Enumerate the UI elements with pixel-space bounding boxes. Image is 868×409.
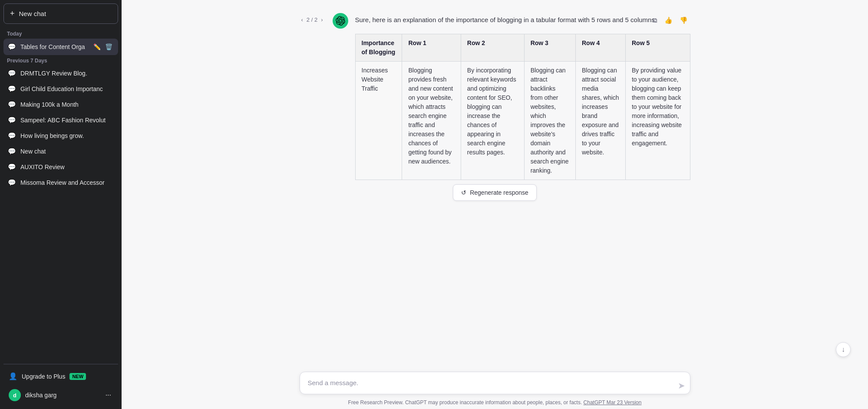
- previous-section-label: Previous 7 Days: [3, 55, 118, 65]
- today-items-list: 💬 Tables for Content Orga ✏️ 🗑️: [3, 39, 118, 55]
- chat-icon: 💬: [8, 85, 16, 93]
- sidebar-item-tables-content[interactable]: 💬 Tables for Content Orga ✏️ 🗑️: [3, 39, 118, 55]
- upgrade-to-plus-button[interactable]: 👤 Upgrade to Plus NEW: [3, 368, 118, 385]
- edit-icon-button[interactable]: ✏️: [92, 43, 102, 51]
- sidebar-item-missoma[interactable]: 💬 Missoma Review and Accessor: [3, 175, 118, 190]
- table-header: Importance of Blogging: [355, 34, 402, 62]
- sidebar-item-living-beings[interactable]: 💬 How living beings grow.: [3, 128, 118, 144]
- sidebar-item-new-chat2[interactable]: 💬 New chat: [3, 144, 118, 159]
- user-menu-button[interactable]: ···: [104, 390, 113, 400]
- nav-counter: 2 / 2: [307, 16, 317, 23]
- sidebar-item-label: Missoma Review and Accessor: [20, 179, 114, 186]
- main-content: ‹ 2 / 2 › Sure, here is an explanation o…: [122, 0, 868, 409]
- regen-label: Regenerate response: [470, 189, 528, 196]
- sidebar-item-making-100k[interactable]: 💬 Making 100k a Month: [3, 97, 118, 112]
- chat-icon: 💬: [8, 43, 16, 51]
- previous-items-list: 💬 DRMTLGY Review Blog. 💬 Girl Child Educ…: [3, 65, 118, 190]
- sidebar-item-label: Tables for Content Orga: [20, 43, 88, 50]
- table-wrapper: Importance of BloggingRow 1Row 2Row 3Row…: [355, 32, 690, 180]
- message-intro: Sure, here is an explanation of the impo…: [355, 15, 690, 25]
- table-row: Increases Website TrafficBlogging provid…: [355, 62, 690, 180]
- chat-icon: 💬: [8, 101, 16, 108]
- user-name: diksha garg: [25, 392, 99, 399]
- table-header: Row 3: [524, 34, 575, 62]
- input-box-wrap: ➤: [300, 372, 690, 396]
- sidebar-item-label: Sampeel: ABC Fashion Revolut: [20, 117, 114, 124]
- ai-avatar: [333, 13, 348, 29]
- plus-icon: +: [10, 9, 15, 18]
- sidebar-item-actions: ✏️ 🗑️: [92, 43, 114, 51]
- table-header: Row 1: [402, 34, 461, 62]
- copy-button[interactable]: ⧉: [650, 15, 660, 26]
- chat-input[interactable]: [300, 372, 690, 395]
- input-area: ➤ Free Research Preview. ChatGPT may pro…: [122, 367, 868, 409]
- send-button[interactable]: ➤: [678, 380, 685, 391]
- sidebar-item-label: AUXITO Review: [20, 164, 114, 170]
- message-content: Sure, here is an explanation of the impo…: [355, 13, 690, 180]
- chat-icon: 💬: [8, 132, 16, 140]
- regen-bar: ↺ Regenerate response: [300, 180, 690, 203]
- sidebar-item-auxito[interactable]: 💬 AUXITO Review: [3, 159, 118, 175]
- chat-icon: 💬: [8, 163, 16, 171]
- person-icon: 👤: [9, 372, 17, 380]
- sidebar-item-drmtlgy[interactable]: 💬 DRMTLGY Review Blog.: [3, 65, 118, 81]
- thumbs-down-button[interactable]: 👎: [677, 15, 690, 26]
- chat-icon: 💬: [8, 147, 16, 155]
- sidebar-item-label: How living beings grow.: [20, 132, 114, 139]
- blogging-importance-table: Importance of BloggingRow 1Row 2Row 3Row…: [355, 34, 690, 180]
- sidebar: + New chat Today 💬 Tables for Content Or…: [0, 0, 122, 409]
- sidebar-item-label: DRMTLGY Review Blog.: [20, 70, 114, 77]
- chat-icon: 💬: [8, 69, 16, 77]
- sidebar-item-sampeel[interactable]: 💬 Sampeel: ABC Fashion Revolut: [3, 112, 118, 128]
- message-container: ‹ 2 / 2 › Sure, here is an explanation o…: [300, 13, 690, 203]
- table-cell: By providing value to your audience, blo…: [625, 62, 690, 180]
- thumbs-up-button[interactable]: 👍: [662, 15, 675, 26]
- chat-icon: 💬: [8, 179, 16, 187]
- table-cell: Increases Website Traffic: [355, 62, 402, 180]
- sidebar-item-label: Girl Child Education Importanc: [20, 85, 114, 92]
- upgrade-label: Upgrade to Plus: [22, 373, 65, 380]
- table-cell: By incorporating relevant keywords and o…: [461, 62, 524, 180]
- table-header: Row 5: [625, 34, 690, 62]
- today-section-label: Today: [3, 28, 118, 39]
- scroll-down-button[interactable]: ↓: [836, 342, 851, 357]
- chat-area: ‹ 2 / 2 › Sure, here is an explanation o…: [122, 0, 868, 367]
- disclaimer: Free Research Preview. ChatGPT may produ…: [348, 399, 642, 406]
- nav-next-button[interactable]: ›: [319, 16, 324, 24]
- table-cell: Blogging can attract backlinks from othe…: [524, 62, 575, 180]
- regenerate-button[interactable]: ↺ Regenerate response: [453, 184, 537, 201]
- message-actions: ⧉ 👍 👎: [650, 15, 690, 26]
- table-header: Row 4: [575, 34, 625, 62]
- new-badge: NEW: [69, 373, 86, 380]
- chat-icon: 💬: [8, 116, 16, 124]
- table-cell: Blogging provides fresh and new content …: [402, 62, 461, 180]
- disclaimer-link[interactable]: ChatGPT Mar 23 Version: [584, 399, 642, 406]
- message-nav: ‹ 2 / 2 ›: [300, 16, 325, 24]
- sidebar-item-label: Making 100k a Month: [20, 101, 114, 108]
- avatar: d: [9, 389, 21, 401]
- delete-icon-button[interactable]: 🗑️: [104, 43, 114, 51]
- ai-message-row: ‹ 2 / 2 › Sure, here is an explanation o…: [300, 13, 690, 180]
- user-profile-row[interactable]: d diksha garg ···: [3, 385, 118, 406]
- new-chat-label: New chat: [19, 10, 46, 17]
- new-chat-button[interactable]: + New chat: [3, 3, 118, 24]
- nav-prev-button[interactable]: ‹: [300, 16, 305, 24]
- sidebar-item-girl-child[interactable]: 💬 Girl Child Education Importanc: [3, 81, 118, 97]
- sidebar-item-label: New chat: [20, 148, 114, 155]
- table-cell: Blogging can attract social media shares…: [575, 62, 625, 180]
- table-header: Row 2: [461, 34, 524, 62]
- regen-icon: ↺: [461, 189, 466, 196]
- sidebar-bottom: 👤 Upgrade to Plus NEW d diksha garg ···: [3, 364, 118, 406]
